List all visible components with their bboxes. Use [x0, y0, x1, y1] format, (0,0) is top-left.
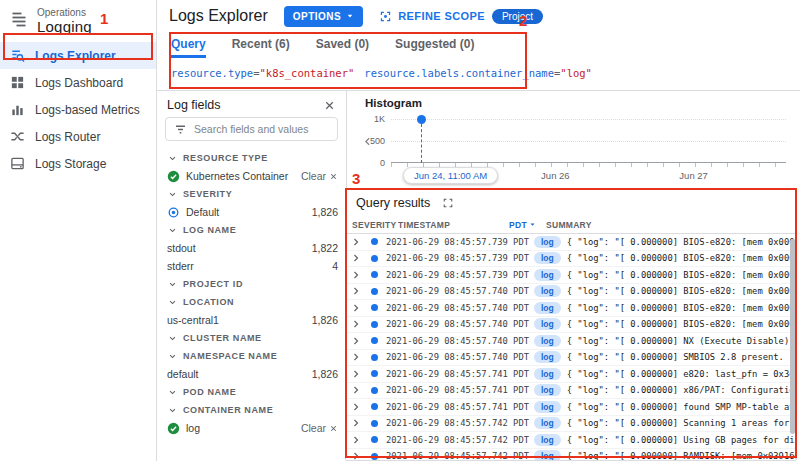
log-name-pill[interactable]: log — [534, 351, 561, 363]
field-section-pod-name[interactable]: POD NAME — [157, 383, 346, 401]
expand-row-icon[interactable] — [350, 252, 362, 264]
clear-filter-button[interactable]: Clear — [301, 170, 338, 182]
field-section-cluster-name[interactable]: CLUSTER NAME — [157, 329, 346, 347]
chevron-down-icon — [167, 189, 178, 200]
log-entry-row[interactable]: 2021-06-29 08:45:57.741 PDTlog{ "log": "… — [346, 383, 796, 400]
expand-row-icon[interactable] — [350, 318, 362, 330]
sidebar-item-logs-dashboard[interactable]: Logs Dashboard — [0, 69, 156, 96]
log-timestamp: 2021-06-29 08:45:57.740 PDT — [386, 286, 534, 296]
log-entry-row[interactable]: 2021-06-29 08:45:57.740 PDTlog{ "log": "… — [346, 284, 796, 301]
field-section-namespace-name[interactable]: NAMESPACE NAME — [157, 347, 346, 365]
range-start-handle[interactable] — [417, 115, 426, 124]
tab-suggested-0[interactable]: Suggested (0) — [395, 32, 474, 58]
field-item-stdout[interactable]: stdout1,822 — [157, 239, 346, 257]
expand-row-icon[interactable] — [350, 401, 362, 413]
operations-logo-icon — [10, 10, 28, 28]
timestamp-label: TIMESTAMP — [398, 220, 450, 230]
expand-row-icon[interactable] — [350, 384, 362, 396]
log-entry-row[interactable]: 2021-06-29 08:45:57.742 PDTlog{ "log": "… — [346, 432, 796, 449]
sidebar-item-label: Logs Storage — [35, 157, 106, 171]
log-name-pill[interactable]: log — [534, 285, 561, 297]
sidebar-item-logs-router[interactable]: Logs Router — [0, 123, 156, 150]
timezone-selector[interactable]: PDT — [509, 220, 536, 230]
expand-row-icon[interactable] — [350, 335, 362, 347]
field-section-resource-type[interactable]: RESOURCE TYPE — [157, 149, 346, 167]
field-section-severity[interactable]: SEVERITY — [157, 185, 346, 203]
field-item-default[interactable]: default1,826 — [157, 365, 346, 383]
log-entry-row[interactable]: 2021-06-29 08:45:57.739 PDTlog{ "log": "… — [346, 267, 796, 284]
sidebar-item-logs-explorer[interactable]: Logs Explorer — [0, 42, 156, 69]
field-section-name: SEVERITY — [183, 189, 232, 199]
log-name-pill[interactable]: log — [534, 417, 561, 429]
field-item-stderr[interactable]: stderr4 — [157, 257, 346, 275]
log-summary: { "log": "[ 0.000000] Scanning 1 areas f… — [567, 418, 796, 428]
field-section-name: NAMESPACE NAME — [183, 351, 277, 361]
results-column-header: SEVERITY TIMESTAMP PDT SUMMARY — [346, 216, 796, 234]
results-scrollbar[interactable] — [790, 239, 795, 434]
expand-results-icon[interactable] — [442, 197, 454, 209]
log-entry-row[interactable]: 2021-06-29 08:45:57.742 PDTlog{ "log": "… — [346, 449, 796, 461]
log-entry-row[interactable]: 2021-06-29 08:45:57.739 PDTlog{ "log": "… — [346, 251, 796, 268]
search-fields-input[interactable] — [194, 123, 329, 135]
result-rows: 2021-06-29 08:45:57.739 PDTlog{ "log": "… — [346, 234, 796, 460]
options-button[interactable]: OPTIONS — [284, 6, 364, 27]
field-section-location[interactable]: LOCATION — [157, 293, 346, 311]
expand-row-icon[interactable] — [350, 417, 362, 429]
severity-default-icon — [167, 206, 180, 219]
field-section-name: CLUSTER NAME — [183, 333, 262, 343]
log-summary: { "log": "[ 0.000000] BIOS-e820: [mem 0x… — [567, 237, 796, 247]
query-editor[interactable]: resource.type="k8s_container"resource.la… — [157, 58, 800, 91]
field-section-project-id[interactable]: PROJECT ID — [157, 275, 346, 293]
expand-row-icon[interactable] — [350, 351, 362, 363]
refine-scope-button[interactable]: REFINE SCOPE — [379, 10, 485, 23]
field-item-default[interactable]: Default1,826 — [157, 203, 346, 221]
log-name-pill[interactable]: log — [534, 384, 561, 396]
sidebar-item-label: Logs Explorer — [35, 49, 116, 63]
expand-row-icon[interactable] — [350, 450, 362, 460]
log-entry-row[interactable]: 2021-06-29 08:45:57.740 PDTlog{ "log": "… — [346, 350, 796, 367]
field-item-kubernetes-container[interactable]: Kubernetes ContainerClear — [157, 167, 346, 185]
log-summary: { "log": "[ 0.000000] BIOS-e820: [mem 0x… — [567, 253, 796, 263]
log-name-pill[interactable]: log — [534, 335, 561, 347]
log-entry-row[interactable]: 2021-06-29 08:45:57.739 PDTlog{ "log": "… — [346, 234, 796, 251]
field-section-log-name[interactable]: LOG NAME — [157, 221, 346, 239]
expand-row-icon[interactable] — [350, 236, 362, 248]
field-item-label: stderr — [167, 260, 194, 272]
logs-router-icon — [10, 129, 25, 144]
log-name-pill[interactable]: log — [534, 401, 561, 413]
sidebar-item-logs-based-metrics[interactable]: Logs-based Metrics — [0, 96, 156, 123]
sidebar-item-label: Logs Dashboard — [35, 76, 123, 90]
log-entry-row[interactable]: 2021-06-29 08:45:57.741 PDTlog{ "log": "… — [346, 399, 796, 416]
sidebar-item-logs-storage[interactable]: Logs Storage — [0, 150, 156, 177]
log-name-pill[interactable]: log — [534, 236, 561, 248]
field-item-us-central1[interactable]: us-central11,826 — [157, 311, 346, 329]
log-entry-row[interactable]: 2021-06-29 08:45:57.742 PDTlog{ "log": "… — [346, 416, 796, 433]
histogram-chart[interactable]: 1K 500 0 Jun 26 Jun 27 Jun 24, 11:00 AM — [391, 119, 786, 163]
log-name-pill[interactable]: log — [534, 450, 561, 460]
log-entry-row[interactable]: 2021-06-29 08:45:57.740 PDTlog{ "log": "… — [346, 317, 796, 334]
expand-row-icon[interactable] — [350, 269, 362, 281]
log-name-pill[interactable]: log — [534, 318, 561, 330]
log-entry-row[interactable]: 2021-06-29 08:45:57.740 PDTlog{ "log": "… — [346, 300, 796, 317]
expand-row-icon[interactable] — [350, 285, 362, 297]
logs-metrics-icon — [10, 102, 25, 117]
tab-recent-6[interactable]: Recent (6) — [232, 32, 290, 58]
log-name-pill[interactable]: log — [534, 302, 561, 314]
log-name-pill[interactable]: log — [534, 434, 561, 446]
log-name-pill[interactable]: log — [534, 269, 561, 281]
expand-row-icon[interactable] — [350, 434, 362, 446]
time-range-start-label[interactable]: Jun 24, 11:00 AM — [403, 167, 498, 184]
field-section-container-name[interactable]: CONTAINER NAME — [157, 401, 346, 419]
tab-query[interactable]: Query — [171, 32, 206, 58]
expand-row-icon[interactable] — [350, 302, 362, 314]
field-item-log[interactable]: logClear — [157, 419, 346, 437]
expand-row-icon[interactable] — [350, 368, 362, 380]
log-entry-row[interactable]: 2021-06-29 08:45:57.740 PDTlog{ "log": "… — [346, 333, 796, 350]
scope-badge[interactable]: Project — [492, 9, 543, 24]
log-name-pill[interactable]: log — [534, 368, 561, 380]
tab-saved-0[interactable]: Saved (0) — [316, 32, 369, 58]
log-entry-row[interactable]: 2021-06-29 08:45:57.741 PDTlog{ "log": "… — [346, 366, 796, 383]
log-name-pill[interactable]: log — [534, 252, 561, 264]
clear-filter-button[interactable]: Clear — [301, 422, 338, 434]
close-icon[interactable] — [323, 99, 336, 112]
